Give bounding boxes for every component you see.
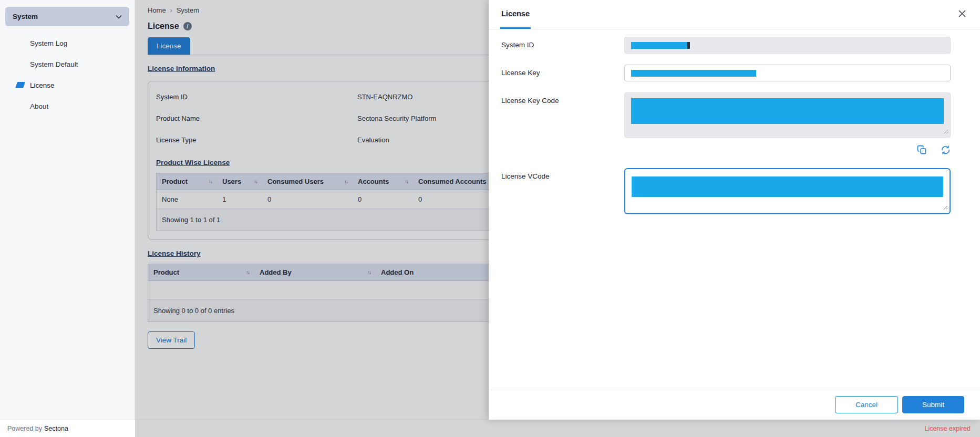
sidebar-item-label: License	[30, 81, 55, 89]
refresh-icon	[941, 145, 951, 157]
redacted-license-key-value	[631, 70, 756, 77]
copy-button[interactable]	[917, 145, 927, 157]
chevron-down-icon	[116, 13, 122, 20]
license-vcode-textarea[interactable]	[624, 168, 951, 214]
copy-icon	[917, 145, 927, 157]
license-key-code-label: License Key Code	[501, 92, 624, 138]
sidebar-item-license[interactable]: License	[0, 75, 135, 96]
powered-by: Powered bySectona	[7, 425, 68, 432]
license-key-code-control	[624, 92, 951, 138]
drawer-title: License	[500, 0, 531, 29]
system-module-dropdown[interactable]: System	[5, 7, 129, 26]
sidebar: System System Log System Default License…	[0, 0, 135, 420]
license-expired-status: License expired	[924, 425, 971, 432]
license-key-control	[624, 65, 951, 81]
license-key-input[interactable]	[624, 65, 951, 81]
drawer-body: System ID License Key License Key C	[489, 29, 980, 390]
sidebar-item-label: About	[30, 102, 48, 110]
form-row-license-key-code: License Key Code	[501, 92, 951, 138]
redaction-end-cap	[687, 42, 690, 49]
powered-by-text: Powered by	[7, 425, 42, 432]
license-key-code-actions	[501, 145, 951, 157]
form-row-system-id: System ID	[501, 37, 951, 54]
resize-grip-icon[interactable]	[944, 128, 948, 136]
form-row-license-vcode: License VCode	[501, 168, 951, 214]
system-id-input	[624, 37, 951, 54]
sidebar-item-system-default[interactable]: System Default	[0, 54, 135, 75]
app-root: System System Log System Default License…	[0, 0, 980, 437]
sidebar-item-label: System Log	[30, 39, 67, 47]
form-row-license-key: License Key	[501, 65, 951, 81]
system-id-label: System ID	[501, 37, 624, 54]
redacted-license-vcode-value	[632, 176, 943, 197]
sidebar-item-system-log[interactable]: System Log	[0, 33, 135, 54]
resize-grip-icon[interactable]	[943, 204, 948, 212]
system-id-control	[624, 37, 951, 54]
redacted-license-key-code-value	[631, 98, 944, 124]
refresh-button[interactable]	[941, 145, 951, 157]
sidebar-item-label: System Default	[30, 60, 78, 68]
license-drawer: License System ID License Key	[489, 0, 980, 420]
sidebar-item-about[interactable]: About	[0, 96, 135, 117]
system-dropdown-label: System	[13, 13, 38, 20]
drawer-footer: Cancel Submit	[489, 390, 980, 420]
brand-name: Sectona	[44, 425, 68, 432]
license-vcode-label: License VCode	[501, 168, 624, 214]
license-key-label: License Key	[501, 65, 624, 81]
cancel-button[interactable]: Cancel	[835, 396, 898, 413]
sidebar-nav: System Log System Default License About	[0, 33, 135, 117]
license-key-code-textarea	[624, 92, 951, 138]
close-icon	[958, 9, 966, 19]
sectona-logo-icon	[16, 82, 30, 88]
drawer-header: License	[489, 0, 980, 29]
submit-button[interactable]: Submit	[902, 396, 964, 413]
license-vcode-control	[624, 168, 951, 214]
close-button[interactable]	[956, 7, 968, 22]
redacted-system-id-value	[631, 42, 687, 49]
